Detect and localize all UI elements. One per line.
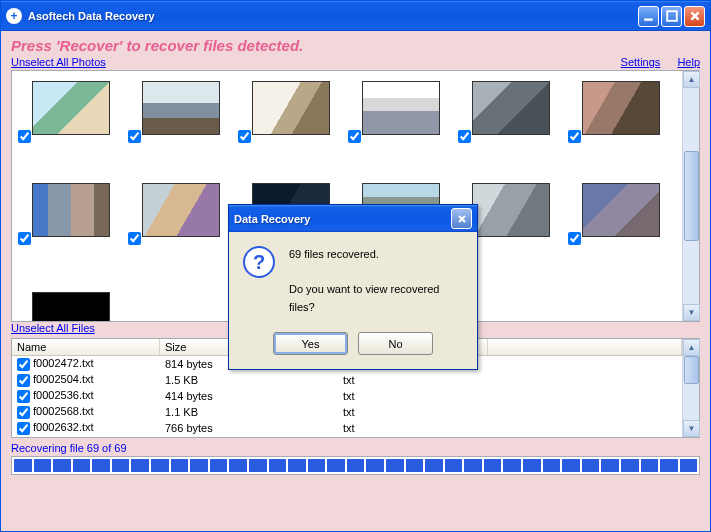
table-row[interactable]: f0002632.txt766 bytestxt — [12, 420, 682, 436]
file-ext: txt — [340, 422, 490, 434]
file-size: 1.1 KB — [162, 406, 340, 418]
file-ext: txt — [340, 406, 490, 418]
thumbnail-image — [472, 183, 550, 237]
photo-link-row: Unselect All Photos Settings Help — [11, 56, 700, 68]
table-row[interactable]: f0002536.txt414 bytestxt — [12, 388, 682, 404]
thumbnail-image — [582, 81, 660, 135]
thumbnail-image — [472, 81, 550, 135]
dialog-buttons: Yes No — [229, 326, 477, 369]
thumbnail-image — [362, 81, 440, 135]
dialog-line1: 69 files recovered. — [289, 246, 463, 264]
photo-checkbox[interactable] — [238, 130, 251, 143]
file-checkbox[interactable] — [17, 374, 30, 387]
svg-rect-0 — [644, 18, 652, 20]
photo-checkbox[interactable] — [458, 130, 471, 143]
photo-checkbox[interactable] — [18, 232, 31, 245]
status-text: Recovering file 69 of 69 — [11, 442, 700, 454]
content-area: Press 'Recover' to recover files detecte… — [1, 31, 710, 531]
file-size: 1.5 KB — [162, 374, 340, 386]
file-name: f0002504.txt — [33, 373, 94, 385]
thumbnail-image — [142, 81, 220, 135]
scroll-down-icon[interactable]: ▼ — [683, 304, 700, 321]
dialog-title: Data Recovery — [234, 213, 451, 225]
photo-item[interactable] — [18, 81, 124, 151]
photo-item[interactable] — [458, 81, 564, 151]
app-icon: + — [6, 8, 22, 24]
photo-item[interactable] — [348, 81, 454, 151]
help-link[interactable]: Help — [677, 56, 700, 68]
unselect-files-link[interactable]: Unselect All Files — [11, 322, 95, 334]
maximize-button[interactable] — [661, 6, 682, 27]
thumbnail-image — [32, 292, 110, 321]
file-checkbox[interactable] — [17, 390, 30, 403]
header-spacer — [488, 339, 682, 355]
window-title: Asoftech Data Recovery — [28, 10, 636, 22]
thumbnail-image — [252, 81, 330, 135]
photo-checkbox[interactable] — [568, 130, 581, 143]
dialog-body: ? 69 files recovered. Do you want to vie… — [229, 232, 477, 326]
photo-checkbox[interactable] — [18, 130, 31, 143]
yes-button[interactable]: Yes — [273, 332, 348, 355]
photo-checkbox[interactable] — [128, 232, 141, 245]
thumbnail-image — [32, 81, 110, 135]
photo-checkbox[interactable] — [348, 130, 361, 143]
scroll-up-icon[interactable]: ▲ — [683, 71, 700, 88]
dialog-titlebar[interactable]: Data Recovery — [229, 205, 477, 232]
photo-item[interactable] — [238, 81, 344, 151]
table-row[interactable]: f0002504.txt1.5 KBtxt — [12, 372, 682, 388]
file-checkbox[interactable] — [17, 406, 30, 419]
photo-item[interactable] — [128, 183, 234, 253]
file-name: f0002536.txt — [33, 389, 94, 401]
minimize-button[interactable] — [638, 6, 659, 27]
thumbnail-image — [582, 183, 660, 237]
photo-item[interactable] — [568, 183, 674, 253]
photo-scrollbar[interactable]: ▲ ▼ — [682, 71, 699, 321]
photo-checkbox[interactable] — [128, 130, 141, 143]
scroll-down-icon[interactable]: ▼ — [683, 420, 700, 437]
settings-link[interactable]: Settings — [621, 56, 661, 68]
no-button[interactable]: No — [358, 332, 433, 355]
close-button[interactable] — [684, 6, 705, 27]
progress-bar — [11, 456, 700, 475]
file-checkbox[interactable] — [17, 358, 30, 371]
file-scrollbar[interactable]: ▲ ▼ — [682, 339, 699, 437]
svg-rect-1 — [667, 11, 677, 21]
main-window: + Asoftech Data Recovery Press 'Recover'… — [0, 0, 711, 532]
file-ext: txt — [340, 374, 490, 386]
unselect-photos-link[interactable]: Unselect All Photos — [11, 56, 106, 68]
thumbnail-image — [142, 183, 220, 237]
dialog-line2: Do you want to view recovered files? — [289, 281, 463, 316]
thumbnail-image — [32, 183, 110, 237]
dialog-message: 69 files recovered. Do you want to view … — [289, 246, 463, 316]
photo-checkbox[interactable] — [568, 232, 581, 245]
scroll-up-icon[interactable]: ▲ — [683, 339, 700, 356]
file-ext: txt — [340, 390, 490, 402]
question-icon: ? — [243, 246, 275, 278]
header-name[interactable]: Name — [12, 339, 160, 355]
scrollbar-thumb[interactable] — [684, 151, 699, 241]
scrollbar-thumb[interactable] — [684, 356, 699, 384]
file-checkbox[interactable] — [17, 422, 30, 435]
file-name: f0002472.txt — [33, 357, 94, 369]
photo-item[interactable] — [18, 285, 124, 321]
file-name: f0002568.txt — [33, 405, 94, 417]
table-row[interactable]: f0002568.txt1.1 KBtxt — [12, 404, 682, 420]
confirmation-dialog: Data Recovery ? 69 files recovered. Do y… — [228, 204, 478, 370]
photo-item[interactable] — [128, 81, 234, 151]
instruction-text: Press 'Recover' to recover files detecte… — [11, 37, 700, 54]
photo-item[interactable] — [18, 183, 124, 253]
file-size: 414 bytes — [162, 390, 340, 402]
dialog-close-button[interactable] — [451, 208, 472, 229]
file-name: f0002632.txt — [33, 421, 94, 433]
photo-item[interactable] — [568, 81, 674, 151]
file-size: 766 bytes — [162, 422, 340, 434]
titlebar[interactable]: + Asoftech Data Recovery — [1, 1, 710, 31]
